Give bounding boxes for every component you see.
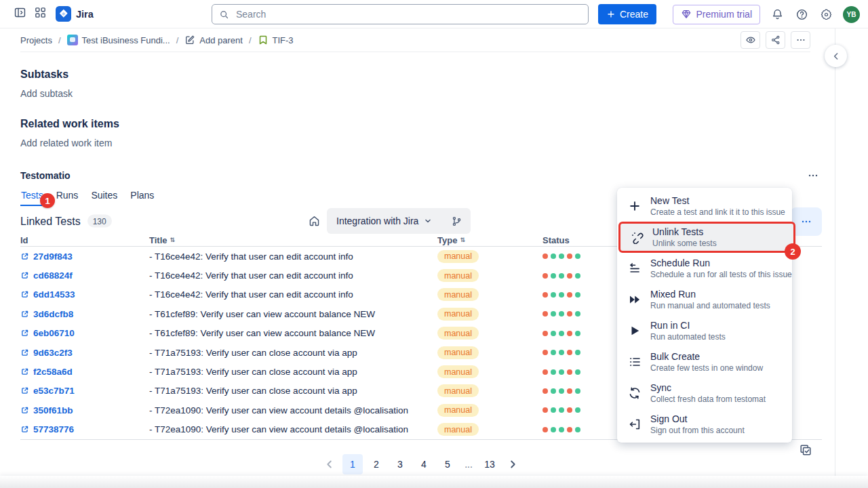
add-subtask-button[interactable]: Add subtask bbox=[20, 89, 822, 99]
jira-home-link[interactable]: Jira bbox=[56, 6, 94, 22]
external-link-icon bbox=[20, 310, 29, 319]
premium-trial-button[interactable]: Premium trial bbox=[673, 5, 760, 24]
test-type-badge: manual bbox=[437, 250, 479, 263]
collapse-panel-button[interactable] bbox=[825, 45, 847, 67]
test-id-cell: f2c58a6d bbox=[20, 367, 149, 377]
pagination-page-4[interactable]: 4 bbox=[414, 454, 434, 474]
menu-item-bulk-create[interactable]: Bulk Create Create few tests in one wind… bbox=[617, 346, 792, 378]
add-parent-button[interactable]: Add parent bbox=[184, 35, 243, 45]
top-navigation: Jira Create Premium trial YB bbox=[0, 0, 868, 28]
test-id-link[interactable]: cd68824f bbox=[33, 270, 73, 281]
status-dot-green bbox=[559, 350, 564, 355]
app-switcher-button[interactable] bbox=[30, 4, 50, 24]
search-input[interactable] bbox=[235, 8, 581, 20]
test-id-link[interactable]: 57738776 bbox=[33, 424, 74, 434]
branch-button[interactable] bbox=[451, 216, 462, 227]
chevron-down-icon bbox=[423, 216, 433, 226]
status-dot-red bbox=[542, 273, 548, 279]
status-dot-green bbox=[559, 253, 564, 259]
breadcrumb-issue-key[interactable]: TIF-3 bbox=[258, 35, 294, 45]
status-dot-green bbox=[575, 292, 580, 298]
menu-item-subtitle: Sign out from this account bbox=[650, 426, 745, 436]
add-related-item-button[interactable]: Add related work item bbox=[20, 138, 822, 148]
menu-item-subtitle: Collect fresh data from testomat bbox=[650, 394, 766, 405]
project-select-value: Integration with Jira bbox=[336, 216, 418, 226]
pagination-page-13[interactable]: 13 bbox=[479, 454, 500, 474]
test-id-cell: e53c7b71 bbox=[20, 386, 149, 396]
settings-button[interactable] bbox=[816, 4, 836, 24]
column-header-type[interactable]: Type⇅ bbox=[437, 235, 542, 245]
column-header-id: Id bbox=[20, 235, 149, 245]
pagination-prev-button[interactable] bbox=[320, 454, 339, 474]
pagination-page-2[interactable]: 2 bbox=[366, 454, 387, 474]
breadcrumb-row: Projects / Test iBusiness Fundi... / Add… bbox=[20, 28, 810, 52]
premium-trial-label: Premium trial bbox=[696, 9, 752, 20]
watch-button[interactable] bbox=[741, 31, 760, 49]
test-type-cell: manual bbox=[437, 288, 542, 301]
create-button[interactable]: Create bbox=[598, 4, 656, 24]
home-icon bbox=[308, 215, 321, 228]
status-dot-red bbox=[567, 331, 572, 336]
status-dot-green bbox=[559, 311, 564, 317]
menu-item-title: Sync bbox=[650, 382, 766, 394]
breadcrumb-separator: / bbox=[249, 35, 252, 45]
test-id-link[interactable]: f2c58a6d bbox=[33, 367, 73, 377]
schedule-icon bbox=[627, 262, 642, 276]
test-id-link[interactable]: 6dd14533 bbox=[33, 289, 75, 300]
pagination-next-button[interactable] bbox=[503, 454, 522, 474]
bottom-shade bbox=[0, 476, 868, 488]
menu-item-subtitle: Unlink some tests bbox=[652, 239, 717, 249]
help-icon bbox=[795, 8, 808, 21]
test-id-link[interactable]: e53c7b71 bbox=[33, 386, 75, 396]
pagination-page-3[interactable]: 3 bbox=[390, 454, 410, 474]
tab-plans[interactable]: Plans bbox=[130, 190, 155, 206]
menu-item-schedule-run[interactable]: Schedule Run Schedule a run for all test… bbox=[617, 253, 792, 284]
menu-item-new-test[interactable]: New Test Create a test and link it it to… bbox=[617, 190, 792, 222]
status-dot-green bbox=[575, 311, 580, 317]
global-search[interactable] bbox=[212, 4, 589, 24]
tab-suites[interactable]: Suites bbox=[90, 190, 118, 206]
test-id-link[interactable]: 350f61bb bbox=[33, 405, 73, 415]
test-title: - T61cfef89: Verify user can view accoun… bbox=[149, 309, 437, 319]
issue-key: TIF-3 bbox=[273, 35, 294, 45]
menu-item-run-in-ci[interactable]: Run in CI Run automated tests bbox=[617, 315, 792, 346]
menu-item-title: Schedule Run bbox=[650, 257, 782, 270]
related-items-title: Related work items bbox=[20, 118, 822, 130]
testomatio-more-button[interactable] bbox=[804, 169, 822, 182]
sidebar-toggle-button[interactable] bbox=[9, 4, 30, 24]
menu-item-title: Bulk Create bbox=[650, 350, 763, 363]
menu-item-mixed-run[interactable]: Mixed Run Run manual and automated tests bbox=[617, 284, 792, 315]
test-title: - T72ea1090: Verify user can view accoun… bbox=[149, 424, 437, 434]
home-button[interactable] bbox=[308, 215, 321, 228]
test-type-cell: manual bbox=[437, 250, 542, 263]
help-button[interactable] bbox=[791, 4, 812, 24]
pagination-page-5[interactable]: 5 bbox=[437, 454, 458, 474]
test-id-link[interactable]: 27d9f843 bbox=[33, 251, 73, 262]
breadcrumb-projects[interactable]: Projects bbox=[20, 35, 52, 45]
user-avatar[interactable]: YB bbox=[843, 6, 860, 23]
bulk-select-button[interactable] bbox=[799, 443, 812, 457]
status-dot-green bbox=[559, 273, 564, 279]
test-id-link[interactable]: 6eb06710 bbox=[33, 328, 75, 338]
external-link-icon bbox=[20, 329, 29, 338]
issue-more-button[interactable] bbox=[791, 31, 810, 49]
annotation-step-2: 2 bbox=[785, 243, 801, 260]
test-id-link[interactable]: 9d63c2f3 bbox=[33, 348, 73, 358]
status-dot-green bbox=[551, 350, 556, 355]
breadcrumb-project[interactable]: Test iBusiness Fundi... bbox=[67, 35, 170, 45]
chevron-left-icon bbox=[324, 459, 335, 470]
tab-runs[interactable]: Runs bbox=[56, 190, 79, 206]
menu-item-sync[interactable]: Sync Collect fresh data from testomat bbox=[617, 378, 792, 409]
test-id-link[interactable]: 3d6dcfb8 bbox=[33, 309, 73, 319]
gear-icon bbox=[820, 8, 833, 21]
column-header-title[interactable]: Title⇅ bbox=[149, 235, 437, 245]
notifications-button[interactable] bbox=[767, 4, 787, 24]
menu-item-unlink-tests[interactable]: Unlink Tests Unlink some tests 2 bbox=[618, 222, 795, 253]
share-button[interactable] bbox=[766, 31, 785, 49]
pagination-page-1[interactable]: 1 bbox=[342, 454, 363, 474]
status-dot-green bbox=[551, 331, 556, 336]
menu-item-sign-out[interactable]: Sign Out Sign out from this account bbox=[617, 409, 792, 440]
status-dot-red bbox=[567, 273, 572, 279]
external-link-icon bbox=[20, 425, 29, 434]
project-select[interactable]: Integration with Jira bbox=[327, 208, 471, 234]
